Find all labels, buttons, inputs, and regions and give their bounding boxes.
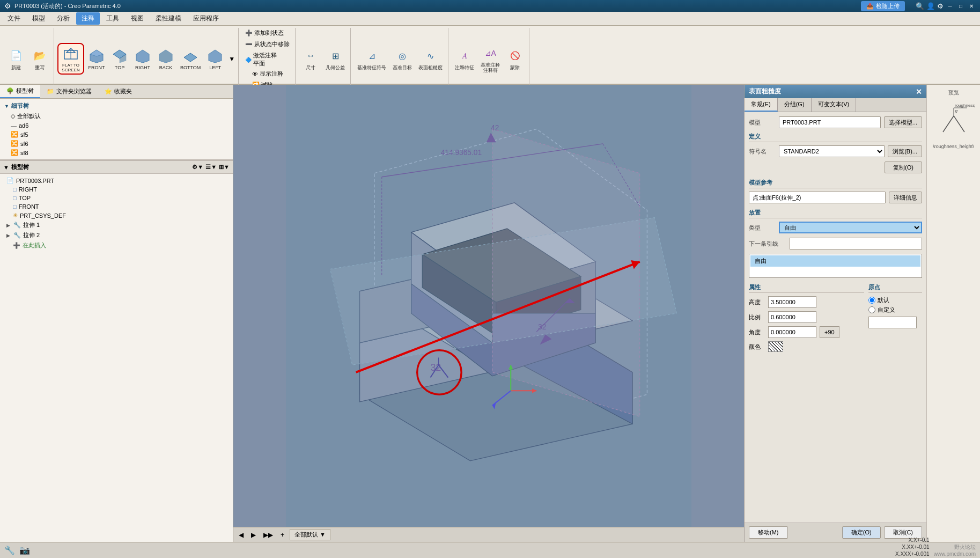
left-lower: ▼ 模型树 ⚙▼ ☰▼ ⊞▼ 📄 PRT0003.PRT □ RIGHT xyxy=(0,160,233,253)
show-annotation-btn[interactable]: 👁 显示注释 xyxy=(250,69,285,79)
plus90-btn[interactable]: +90 xyxy=(820,326,839,338)
close-button[interactable]: ✕ xyxy=(967,2,976,10)
default-radio-item[interactable]: 默认 xyxy=(868,296,922,304)
open-button[interactable]: 📂 重写 xyxy=(29,46,50,72)
base-target-btn[interactable]: ◎ 基准目标 xyxy=(390,46,414,72)
view-top[interactable]: TOP xyxy=(109,46,130,72)
type-select[interactable]: 自由 xyxy=(779,222,922,233)
menu-item-model[interactable]: 模型 xyxy=(27,12,50,25)
dialog-tab-general[interactable]: 常规(E) xyxy=(745,98,778,112)
add-to-status-btn[interactable]: ➕ 添加到状态 xyxy=(243,28,286,38)
tree-item-top[interactable]: □ TOP xyxy=(2,194,231,202)
tree-item-extrude1[interactable]: ▶ 🔧 拉伸 1 xyxy=(2,220,231,230)
activate-plane-btn[interactable]: 🔷 激活注释平面 xyxy=(243,50,279,69)
tree-item-all-default[interactable]: ◇ 全部默认 xyxy=(2,111,231,121)
dialog-tab-group[interactable]: 分组(G) xyxy=(778,98,812,112)
nav-prev-btn[interactable]: ◀ xyxy=(237,531,246,539)
angle-input[interactable] xyxy=(768,326,816,338)
tree-item-front[interactable]: □ FRONT xyxy=(2,202,231,211)
model-input[interactable] xyxy=(779,116,881,128)
menu-item-tools[interactable]: 工具 xyxy=(101,12,124,25)
tree-item-csys[interactable]: ✳ PRT_CSYS_DEF xyxy=(2,211,231,220)
preview-label: 预览 xyxy=(948,89,959,97)
tree-item-extrude2[interactable]: ▶ 🔧 拉伸 2 xyxy=(2,230,231,240)
custom-radio[interactable] xyxy=(868,306,875,313)
move-btn[interactable]: 移动(M) xyxy=(749,526,788,539)
select-model-btn[interactable]: 选择模型... xyxy=(884,116,922,128)
view-more-btn[interactable]: ▼ xyxy=(227,54,236,64)
search-icon[interactable]: 🔍 xyxy=(916,2,924,10)
color-swatch[interactable] xyxy=(768,341,783,352)
surf-roughness-icon: ∿ xyxy=(422,47,439,64)
status-camera-icon[interactable]: 📷 xyxy=(19,545,30,555)
annot-feat2-btn[interactable]: 𝐴 注释特征 xyxy=(453,46,476,72)
conceal-btn[interactable]: 🚫 蒙除 xyxy=(504,46,526,72)
new-button[interactable]: 📄 新建 xyxy=(5,46,27,72)
view-back[interactable]: BACK xyxy=(155,46,176,72)
tab-model-tree[interactable]: 🌳 模型树 xyxy=(0,85,40,98)
copy-btn[interactable]: 复制(O) xyxy=(885,161,922,173)
model-ref-title: 模型参考 xyxy=(749,179,922,188)
view-left[interactable]: LEFT xyxy=(204,46,226,72)
remove-from-status-btn[interactable]: ➖ 从状态中移除 xyxy=(243,39,292,49)
menu-bar: 文件 模型 分析 注释 工具 视图 柔性建模 应用程序 xyxy=(0,12,980,26)
height-input[interactable] xyxy=(768,296,816,308)
tab-folder-browser[interactable]: 📁 文件夹浏览器 xyxy=(40,85,98,98)
svg-marker-7 xyxy=(136,50,149,63)
tree-item-right[interactable]: □ RIGHT xyxy=(2,185,231,194)
view-name-label[interactable]: 全部默认 ▼ xyxy=(290,529,330,540)
nav-last-btn[interactable]: ▶▶ xyxy=(261,531,275,539)
dialog-tab-variable[interactable]: 可变文本(V) xyxy=(812,98,857,112)
tree-item-sf5[interactable]: 🔀 sf5 xyxy=(2,130,231,139)
status-tool-icon[interactable]: 🔧 xyxy=(4,545,15,555)
tree-expand-icon[interactable]: ⊞▼ xyxy=(219,164,230,171)
nav-next-btn[interactable]: ▶ xyxy=(249,531,258,539)
default-radio[interactable] xyxy=(868,297,875,304)
upload-button[interactable]: 📤 检随上传 xyxy=(861,1,905,11)
dimension-btn[interactable]: ↔ 尺寸 xyxy=(300,46,321,72)
tree-settings-icon[interactable]: ⚙▼ xyxy=(192,164,203,171)
nav-add-btn[interactable]: + xyxy=(278,531,286,539)
tree-item-sf8[interactable]: 🔀 sf8 xyxy=(2,148,231,157)
menu-item-view[interactable]: 视图 xyxy=(126,12,149,25)
settings-icon[interactable]: ⚙ xyxy=(937,2,944,10)
menu-item-app[interactable]: 应用程序 xyxy=(188,12,224,25)
custom-radio-item[interactable]: 自定义 xyxy=(868,306,922,314)
definition-section: 定义 符号名 STANDARD2 浏览(B)... 复制(O) xyxy=(749,133,922,173)
ok-btn[interactable]: 确定(O) xyxy=(842,526,881,539)
view-flat-to-screen[interactable]: FLAT TOSCREEN xyxy=(57,43,84,75)
tree-filter-icon[interactable]: ☰▼ xyxy=(205,164,217,171)
dropdown-free-item[interactable]: 自由 xyxy=(750,255,920,267)
detail-info-btn[interactable]: 详细信息 xyxy=(889,192,922,203)
tree-item-prt0003[interactable]: 📄 PRT0003.PRT xyxy=(2,176,231,185)
browse-btn[interactable]: 浏览(B)... xyxy=(888,145,922,157)
maximize-button[interactable]: □ xyxy=(956,2,965,10)
viewport[interactable]: 🔍- 🔍+ ⬚ ⬚ ⬚ ⬚ ⬚ ⬚ ⬚ ⬚ ⬚ xyxy=(233,85,744,542)
tree-item-sf6[interactable]: 🔀 sf6 xyxy=(2,139,231,148)
custom-value-input[interactable] xyxy=(868,317,917,328)
minimize-button[interactable]: ─ xyxy=(946,2,954,10)
base-feat-sym-btn[interactable]: ⊿ 基准特征符号 xyxy=(355,46,388,72)
menu-item-analysis[interactable]: 分析 xyxy=(51,12,75,25)
view-front[interactable]: FRONT xyxy=(86,46,107,72)
model-ref-input[interactable] xyxy=(749,192,886,203)
tree-item-ad6[interactable]: — ad6 xyxy=(2,121,231,130)
tab-favorites[interactable]: ⭐ 收藏夹 xyxy=(98,85,138,98)
menu-item-file[interactable]: 文件 xyxy=(2,12,26,25)
dialog-close-btn[interactable]: ✕ xyxy=(916,87,922,96)
ratio-input[interactable] xyxy=(768,311,816,323)
account-icon[interactable]: 👤 xyxy=(926,2,935,10)
next-leader-input[interactable] xyxy=(790,238,922,249)
insert-here-item[interactable]: ➕ 在此插入 xyxy=(2,240,231,251)
show-icon: 👁 xyxy=(252,71,258,77)
menu-item-flex[interactable]: 柔性建模 xyxy=(150,12,187,25)
surf-roughness-btn[interactable]: ∿ 表面粗糙度 xyxy=(416,46,445,72)
view-bottom[interactable]: BOTTOM xyxy=(178,46,203,72)
view-right[interactable]: RIGHT xyxy=(132,46,153,72)
symbol-select[interactable]: STANDARD2 xyxy=(779,145,885,157)
base-annot-btn[interactable]: ⊿A 基准注释注释符 xyxy=(478,43,502,75)
color-label: 颜色 xyxy=(749,343,765,351)
dropdown-empty-item[interactable] xyxy=(750,267,920,276)
geom-tol-btn[interactable]: ⊞ 几何公差 xyxy=(323,46,347,72)
menu-item-annotation[interactable]: 注释 xyxy=(76,12,100,25)
